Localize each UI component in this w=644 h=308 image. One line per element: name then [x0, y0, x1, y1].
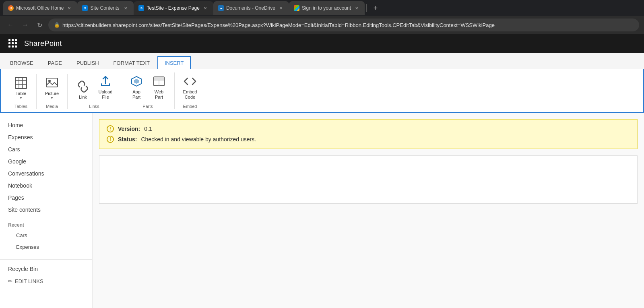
recent-section-label: Recent	[0, 219, 92, 229]
link-label: Link	[79, 95, 87, 100]
embed-code-label: EmbedCode	[183, 89, 197, 100]
tab-microsoft-office[interactable]: O Microsoft Office Home ✕	[3, 1, 77, 15]
warning-icon-version: !	[107, 125, 114, 132]
ribbon-group-tables: Table ▼ Tables	[6, 74, 37, 109]
ribbon-item-app-part[interactable]: AppPart	[126, 72, 147, 101]
waffle-menu-button[interactable]	[6, 37, 19, 50]
tab-site-contents[interactable]: S Site Contents ✕	[77, 1, 134, 15]
waffle-dot	[15, 45, 17, 48]
edit-links-button[interactable]: ✏ EDIT LINKS	[0, 275, 92, 287]
app-part-label: AppPart	[132, 89, 140, 100]
nav-item-conversations[interactable]: Conversations	[0, 167, 92, 180]
tab-expense-page[interactable]: S TestSite - Expense Page ✕	[134, 1, 213, 15]
ribbon-items-embed: EmbedCode	[180, 72, 200, 101]
table-label: Table	[16, 91, 26, 96]
tab-signin[interactable]: Sign in to your account ✕	[289, 1, 365, 15]
ribbon-item-link[interactable]: Link	[72, 78, 93, 101]
nav-item-expenses[interactable]: Expenses	[0, 131, 92, 143]
address-bar[interactable]: 🔒 https://citizenbuilders.sharepoint.com…	[48, 19, 639, 31]
tab-title-ep: TestSite - Expense Page	[147, 5, 199, 11]
tab-favicon-sp1: S	[82, 5, 88, 11]
tab-onedrive[interactable]: ☁ Documents - OneDrive ✕	[213, 1, 289, 15]
nav-item-pages[interactable]: Pages	[0, 192, 92, 204]
ribbon-tab-bar: BROWSE PAGE PUBLISH FORMAT TEXT INSERT	[0, 53, 644, 69]
ribbon-item-upload-file[interactable]: UploadFile	[95, 72, 116, 101]
waffle-grid-icon	[8, 39, 17, 48]
link-icon	[76, 79, 90, 94]
nav-item-cars[interactable]: Cars	[0, 143, 92, 155]
web-part-svg-icon	[153, 75, 165, 88]
ribbon-items-parts: AppPart WebPart	[126, 72, 169, 101]
tab-close-od[interactable]: ✕	[278, 5, 284, 11]
web-part-icon	[152, 74, 166, 89]
ribbon-items-media: Picture ▼	[41, 74, 62, 101]
tab-browse[interactable]: BROWSE	[3, 56, 40, 69]
ribbon-group-embed: EmbedCode Embed	[175, 72, 205, 109]
tab-insert[interactable]: INSERT	[157, 56, 191, 69]
status-row: ! Status: Checked in and viewable by aut…	[107, 136, 630, 143]
waffle-dot	[8, 42, 10, 44]
embed-code-svg-icon	[184, 75, 196, 88]
warning-icon-status: !	[107, 136, 114, 143]
nav-item-recent-cars[interactable]: Cars	[0, 229, 92, 241]
tab-title-signin: Sign in to your account	[302, 5, 351, 11]
lock-icon: 🔒	[54, 22, 60, 28]
tab-format-text[interactable]: FORMAT TEXT	[107, 56, 157, 69]
new-tab-button[interactable]: +	[370, 2, 381, 14]
version-row: ! Version: 0.1	[107, 125, 630, 132]
picture-label: Picture	[45, 91, 59, 96]
upload-svg-icon	[99, 75, 112, 88]
app-part-icon	[129, 74, 144, 89]
url-text: https://citizenbuilders.sharepoint.com/s…	[62, 22, 495, 28]
nav-spacer2	[0, 253, 92, 256]
notice-bar: ! Version: 0.1 ! Status: Checked in and …	[99, 119, 638, 149]
status-value: Checked in and viewable by authorized us…	[141, 136, 256, 143]
tab-close-ms[interactable]: ✕	[66, 5, 72, 11]
sp-topbar: SharePoint	[0, 34, 644, 53]
tab-title-ms: Microsoft Office Home	[16, 5, 64, 11]
tab-page[interactable]: PAGE	[41, 56, 69, 69]
ribbon-item-picture[interactable]: Picture ▼	[41, 74, 62, 101]
tab-close-ep[interactable]: ✕	[202, 5, 208, 11]
waffle-dot	[15, 39, 17, 41]
svg-rect-0	[15, 77, 27, 89]
nav-item-notebook[interactable]: Notebook	[0, 180, 92, 192]
ribbon-item-table[interactable]: Table ▼	[10, 74, 31, 101]
nav-item-site-contents[interactable]: Site contents	[0, 204, 92, 216]
picture-svg-icon	[45, 76, 58, 89]
svg-rect-10	[154, 77, 164, 80]
page-edit-area[interactable]	[99, 155, 638, 204]
tab-close-sc[interactable]: ✕	[122, 5, 129, 11]
web-part-label: WebPart	[155, 89, 163, 100]
ribbon-item-web-part[interactable]: WebPart	[149, 72, 169, 101]
browser-chrome: O Microsoft Office Home ✕ S Site Content…	[0, 0, 644, 34]
table-icon	[14, 76, 28, 90]
nav-spacer	[0, 216, 92, 219]
upload-file-icon	[98, 74, 113, 89]
tables-group-label: Tables	[14, 104, 27, 109]
media-group-label: Media	[46, 104, 58, 109]
tab-title-sc: Site Contents	[90, 5, 120, 11]
ribbon-group-parts: AppPart WebPart	[121, 72, 175, 109]
app-part-svg-icon	[130, 75, 143, 88]
svg-rect-5	[46, 78, 58, 87]
forward-button[interactable]: →	[19, 19, 31, 31]
upload-file-label: UploadFile	[99, 89, 113, 100]
nav-item-recent-expenses[interactable]: Expenses	[0, 241, 92, 253]
ribbon-item-embed-code[interactable]: EmbedCode	[180, 72, 200, 101]
sharepoint-logo-text: SharePoint	[24, 39, 62, 48]
picture-icon	[45, 76, 59, 90]
refresh-button[interactable]: ↻	[34, 19, 45, 31]
back-button[interactable]: ←	[5, 19, 16, 31]
tab-separator	[366, 4, 367, 12]
ribbon-content: Table ▼ Tables	[0, 69, 644, 113]
version-value: 0.1	[144, 126, 152, 132]
nav-item-google[interactable]: Google	[0, 155, 92, 167]
nav-item-recycle-bin[interactable]: Recycle Bin	[0, 263, 92, 275]
table-svg-icon	[14, 76, 27, 89]
waffle-dot	[12, 45, 14, 48]
tab-close-signin[interactable]: ✕	[353, 5, 360, 11]
ribbon-items-tables: Table ▼	[10, 74, 31, 101]
tab-publish[interactable]: PUBLISH	[70, 56, 106, 69]
nav-item-home[interactable]: Home	[0, 119, 92, 131]
